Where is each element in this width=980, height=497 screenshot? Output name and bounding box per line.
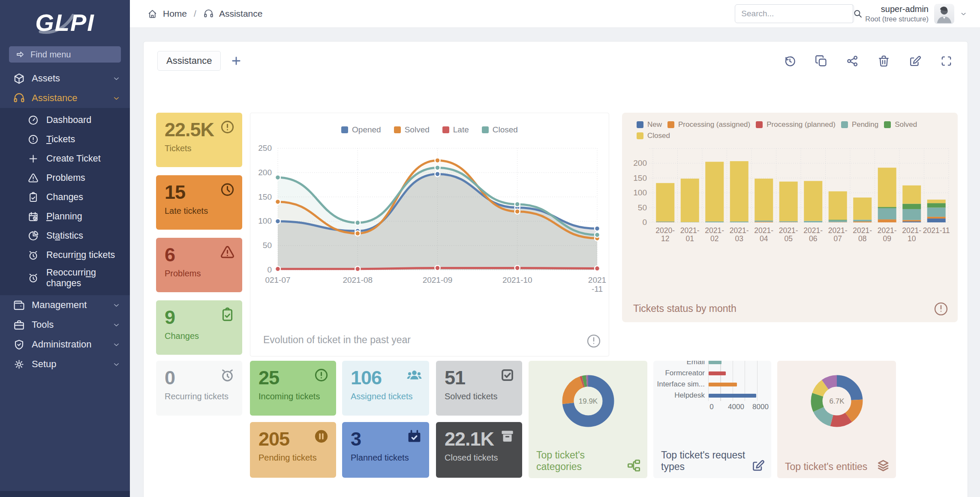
trash-icon[interactable] (877, 54, 890, 68)
chevron-down-icon (112, 94, 120, 102)
categories-donut-chart: 19.9K (554, 367, 622, 435)
top-entities-card[interactable]: 6.7K Top ticket's entities (777, 361, 896, 478)
exclamation-circle-icon (313, 367, 329, 383)
stat-label: Incoming tickets (259, 392, 328, 401)
changes-stat-card[interactable]: 9 Changes (156, 300, 242, 355)
status-bar-chart: 0501001502002020-122021-012021-022021-03… (622, 147, 958, 250)
problems-stat-card[interactable]: 6 Problems (156, 238, 242, 292)
archive-icon (499, 428, 515, 444)
sidebar-item-administration[interactable]: Administration (0, 335, 130, 354)
sidebar-item-create-ticket[interactable]: Create Ticket (0, 149, 130, 168)
svg-text:2021-: 2021- (779, 226, 798, 235)
sidebar-item-recurring-tickets[interactable]: Recurring tickets (0, 246, 130, 265)
stat-label: Planned tickets (351, 453, 421, 463)
history-icon[interactable] (783, 54, 797, 68)
sidebar-item-problems[interactable]: Problems (0, 168, 130, 188)
alarm-clock-icon (219, 367, 235, 383)
calendar-check-icon (406, 428, 422, 444)
planned-tickets-stat-card[interactable]: 3 Planned tickets (342, 422, 429, 478)
stat-label: Late tickets (165, 206, 234, 216)
sidebar-item-statistics[interactable]: Statistics (0, 226, 130, 246)
home-icon[interactable] (147, 9, 158, 19)
card-title: Top ticket's request types (661, 449, 751, 473)
glpi-logo[interactable]: GLPI (0, 0, 130, 45)
card-title: Top ticket's entities (785, 461, 876, 473)
search-icon (853, 9, 863, 19)
user-menu[interactable]: super-admin Root (tree structure) (865, 4, 967, 24)
breadcrumb-separator: / (194, 9, 196, 19)
alarm-clock-icon (27, 272, 39, 284)
content-area: Assistance (130, 28, 980, 497)
evolution-legend: OpenedSolvedLateClosed (250, 125, 609, 135)
fullscreen-icon[interactable] (940, 54, 953, 68)
sidebar-item-tickets[interactable]: Tickets (0, 130, 130, 149)
sidebar: GLPI Find menu Assets Assistance (0, 0, 130, 497)
checkbox-icon (499, 367, 515, 383)
breadcrumb-current[interactable]: Assistance (219, 9, 263, 19)
share-icon[interactable] (846, 54, 859, 68)
box-icon (13, 72, 25, 85)
chevron-down-icon (112, 321, 120, 329)
top-categories-card[interactable]: 19.9K Top ticket's categories (529, 361, 647, 478)
exclamation-circle-icon (219, 119, 235, 135)
svg-text:-11: -11 (592, 284, 603, 293)
assigned-tickets-stat-card[interactable]: 106 Assigned tickets (342, 361, 429, 416)
tab-assistance[interactable]: Assistance (157, 51, 221, 71)
sidebar-item-setup[interactable]: Setup (0, 354, 130, 374)
topbar: Home / Assistance super-admin Root (tree… (130, 0, 980, 28)
alarm-clock-icon (27, 249, 39, 261)
sidebar-item-changes[interactable]: Changes (0, 188, 130, 207)
edit-icon[interactable] (908, 54, 922, 68)
svg-text:0: 0 (642, 218, 647, 227)
breadcrumb: Home / Assistance (147, 9, 262, 19)
copy-icon[interactable] (815, 54, 828, 68)
info-icon[interactable] (933, 301, 949, 317)
status-chart-card[interactable]: NewProcessing (assigned)Processing (plan… (622, 113, 958, 322)
svg-text:021-07: 021-07 (265, 275, 290, 284)
sidebar-item-management[interactable]: Management (0, 295, 130, 315)
request-types-bar-chart: EmailFormcreatorInterface sim...Helpdesk… (653, 361, 771, 411)
headset-icon (203, 9, 214, 19)
svg-text:2021-09: 2021-09 (423, 275, 453, 284)
chevron-down-icon (112, 75, 120, 83)
recurring-tickets-stat-card[interactable]: 0 Recurring tickets (156, 361, 242, 416)
pending-tickets-stat-card[interactable]: 205 Pending tickets (250, 422, 336, 478)
exclamation-circle-icon (27, 134, 39, 145)
info-icon[interactable] (586, 333, 602, 349)
find-menu-button[interactable]: Find menu (9, 46, 121, 63)
tickets-stat-card[interactable]: 22.5K Tickets (156, 113, 242, 167)
svg-text:03: 03 (735, 234, 743, 243)
breadcrumb-home[interactable]: Home (163, 9, 187, 19)
add-dashboard-icon[interactable] (230, 55, 242, 67)
sidebar-item-reoccurring-changes[interactable]: Reoccurring changes (0, 265, 130, 291)
sidebar-item-tools[interactable]: Tools (0, 315, 130, 335)
closed-tickets-stat-card[interactable]: 22.1K Closed tickets (436, 422, 522, 478)
sidebar-item-assistance[interactable]: Assistance (0, 88, 130, 108)
evolution-chart-card[interactable]: OpenedSolvedLateClosed 05010015020025002… (250, 113, 609, 356)
glpi-app: GLPI Find menu Assets Assistance (0, 0, 980, 497)
search-input[interactable] (735, 9, 852, 18)
search-button[interactable] (852, 5, 863, 23)
late-tickets-stat-card[interactable]: 15 Late tickets (156, 175, 242, 230)
stat-label: Tickets (165, 144, 234, 153)
sidebar-item-planning[interactable]: Planning (0, 207, 130, 226)
entities-donut-chart: 6.7K (803, 367, 871, 435)
shield-check-icon (13, 338, 25, 351)
svg-text:2021-: 2021- (754, 226, 773, 235)
svg-text:19.9K: 19.9K (578, 397, 598, 405)
svg-text:09: 09 (883, 234, 891, 243)
incoming-tickets-stat-card[interactable]: 25 Incoming tickets (250, 361, 336, 416)
sidebar-item-assets[interactable]: Assets (0, 69, 130, 88)
top-request-types-card[interactable]: EmailFormcreatorInterface sim...Helpdesk… (653, 361, 771, 478)
card-title: Top ticket's categories (536, 449, 605, 473)
svg-text:2021: 2021 (588, 275, 606, 284)
sidebar-item-dashboard[interactable]: Dashboard (0, 111, 130, 130)
svg-text:150: 150 (633, 174, 647, 183)
users-icon (406, 367, 422, 383)
headset-icon (13, 92, 25, 105)
svg-text:2021-: 2021- (705, 226, 724, 235)
sidebar-footer (0, 491, 130, 497)
user-profile: Root (tree structure) (865, 15, 929, 23)
evolution-line-chart: 050100150200250021-072021-082021-092021-… (252, 141, 608, 299)
solved-tickets-stat-card[interactable]: 51 Solved tickets (436, 361, 522, 416)
